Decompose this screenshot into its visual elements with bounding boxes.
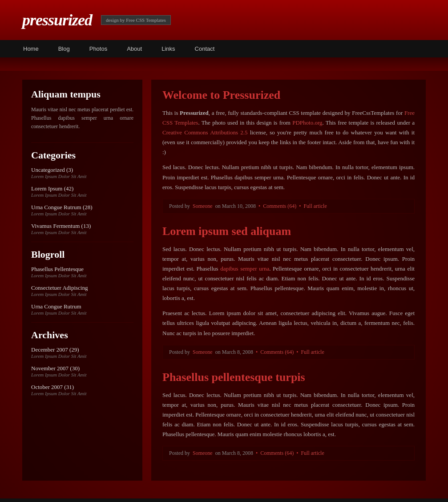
- tagline-badge: design by Free CSS Templates: [101, 15, 171, 25]
- post-comments-link[interactable]: Comments (64): [263, 203, 296, 210]
- archive-name[interactable]: December 2007 (29): [31, 346, 133, 353]
- post-post1: Welcome to Pressurized This is Pressuriz…: [162, 89, 415, 214]
- nav-item-links[interactable]: Links: [152, 40, 185, 57]
- post-post3: Phasellus pellentesque turpis Sed lacus.…: [162, 371, 415, 461]
- category-item: Urna Congue Rutrum (28) Lorem Ipsum Dolo…: [31, 204, 133, 216]
- archive-sub: Lorem Ipsum Dolor Sit Amit: [31, 353, 133, 359]
- link-pdphoto[interactable]: PDPhoto.org: [292, 119, 322, 126]
- dot-separator-2: •: [296, 349, 298, 356]
- archives-list: December 2007 (29) Lorem Ipsum Dolor Sit…: [31, 346, 133, 396]
- blogroll-sub: Lorem Ipsum Dolor Sit Amit: [31, 273, 133, 278]
- category-name[interactable]: Urna Congue Rutrum (28): [31, 204, 133, 211]
- dot-separator: •: [258, 203, 260, 210]
- category-name[interactable]: Lorem Ipsum (42): [31, 185, 133, 192]
- post-footer: Posted by Someone on March 10, 2008 • Co…: [162, 199, 415, 214]
- post-title: Lorem ipsum sed aliquam: [162, 225, 415, 238]
- main-nav: HomeBlogPhotosAboutLinksContact: [0, 40, 448, 57]
- blogroll-name[interactable]: Urna Congue Rutrum: [31, 303, 133, 310]
- post-full-article-link[interactable]: Full article: [303, 203, 327, 210]
- main-content: Welcome to Pressurized This is Pressuriz…: [151, 80, 426, 481]
- categories-title: Categories: [31, 150, 133, 161]
- archive-name[interactable]: November 2007 (30): [31, 365, 133, 372]
- post-title: Welcome to Pressurized: [162, 89, 415, 102]
- blogroll-item: Consectetuer Adipiscing Lorem Ipsum Dolo…: [31, 284, 133, 297]
- posted-by-label: Posted by: [169, 203, 190, 210]
- dot-separator-2: •: [299, 203, 301, 210]
- post-date: on March 8, 2008: [215, 450, 253, 457]
- archive-item: October 2007 (31) Lorem Ipsum Dolor Sit …: [31, 384, 133, 396]
- post-title: Phasellus pellentesque turpis: [162, 371, 415, 384]
- post-body-2: Sed lacus. Donec lectus. Nullam pretium …: [162, 162, 415, 192]
- category-sub: Lorem Ipsum Dolor Sit Amit: [31, 230, 133, 235]
- posted-by-label: Posted by: [169, 349, 190, 356]
- sidebar-widget-intro: Mauris vitae nisl nec metus placerat per…: [31, 105, 133, 131]
- post-body-1: Sed lacus. Donec lectus. Nullam pretium …: [162, 390, 415, 439]
- archive-sub: Lorem Ipsum Dolor Sit Amit: [31, 391, 133, 396]
- post-full-article-link[interactable]: Full article: [301, 450, 324, 457]
- blogroll-sub: Lorem Ipsum Dolor Sit Amit: [31, 291, 133, 297]
- category-item: Vivamus Fermentum (13) Lorem Ipsum Dolor…: [31, 223, 133, 235]
- nav-item-home[interactable]: Home: [13, 40, 48, 57]
- site-header: pressurized design by Free CSS Templates: [0, 0, 448, 40]
- dot-separator-2: •: [296, 450, 298, 457]
- post-body-1: Sed lacus. Donec lectus. Nullam pretium …: [162, 244, 415, 304]
- category-item: Lorem Ipsum (42) Lorem Ipsum Dolor Sit A…: [31, 185, 133, 198]
- category-name[interactable]: Vivamus Fermentum (13): [31, 223, 133, 230]
- post-footer: Posted by Someone on March 8, 2008 • Com…: [162, 446, 415, 461]
- blogroll-name[interactable]: Consectetuer Adipiscing: [31, 284, 133, 291]
- category-sub: Lorem Ipsum Dolor Sit Amit: [31, 174, 133, 179]
- blogroll-title: Blogroll: [31, 249, 133, 260]
- archive-sub: Lorem Ipsum Dolor Sit Amit: [31, 372, 133, 377]
- nav-item-photos[interactable]: Photos: [80, 40, 117, 57]
- post-body-1: This is Pressurized, a free, fully stand…: [162, 108, 415, 157]
- archive-name[interactable]: October 2007 (31): [31, 384, 133, 391]
- link-dapibus[interactable]: dapibus semper urna: [220, 265, 269, 272]
- post-footer: Posted by Someone on March 8, 2008 • Com…: [162, 345, 415, 360]
- categories-list: Uncategorized (3) Lorem Ipsum Dolor Sit …: [31, 166, 133, 235]
- site-title: pressurized: [22, 11, 92, 29]
- category-item: Uncategorized (3) Lorem Ipsum Dolor Sit …: [31, 166, 133, 179]
- bg-image-area: [0, 57, 448, 71]
- link-cc[interactable]: Creative Commons Attributions 2.5: [162, 129, 247, 136]
- site-footer: COPYRIGHT (C) 2008 SITENAME.COM. ALL RIG…: [0, 498, 448, 502]
- nav-item-contact[interactable]: Contact: [185, 40, 225, 57]
- category-sub: Lorem Ipsum Dolor Sit Amit: [31, 192, 133, 198]
- post-comments-link[interactable]: Comments (64): [260, 349, 294, 356]
- post-post2: Lorem ipsum sed aliquam Sed lacus. Donec…: [162, 225, 415, 360]
- post-body-2: Praesent ac lectus. Lorem ipsum dolor si…: [162, 308, 415, 338]
- category-name[interactable]: Uncategorized (3): [31, 166, 133, 174]
- blogroll-sub: Lorem Ipsum Dolor Sit Amit: [31, 310, 133, 316]
- blogroll-name[interactable]: Phasellus Pellentesque: [31, 266, 133, 273]
- post-author[interactable]: Someone: [193, 450, 213, 457]
- dot-separator: •: [256, 450, 258, 457]
- post-author[interactable]: Someone: [193, 349, 213, 356]
- posted-by-label: Posted by: [169, 450, 190, 457]
- archives-title: Archives: [31, 329, 133, 341]
- post-date: on March 8, 2008: [215, 349, 253, 356]
- category-sub: Lorem Ipsum Dolor Sit Amit: [31, 211, 133, 216]
- post-comments-link[interactable]: Comments (64): [260, 450, 294, 457]
- archive-item: November 2007 (30) Lorem Ipsum Dolor Sit…: [31, 365, 133, 377]
- nav-item-blog[interactable]: Blog: [48, 40, 80, 57]
- post-date: on March 10, 2008: [215, 203, 256, 210]
- sidebar-widget-title: Aliquam tempus: [31, 89, 133, 100]
- sidebar: Aliquam tempus Mauris vitae nisl nec met…: [22, 80, 142, 481]
- blogroll-item: Phasellus Pellentesque Lorem Ipsum Dolor…: [31, 266, 133, 278]
- nav-item-about[interactable]: About: [117, 40, 152, 57]
- blogroll-list: Phasellus Pellentesque Lorem Ipsum Dolor…: [31, 266, 133, 316]
- post-full-article-link[interactable]: Full article: [301, 349, 324, 356]
- main-wrapper: Aliquam tempus Mauris vitae nisl nec met…: [0, 71, 448, 490]
- post-author[interactable]: Someone: [193, 203, 213, 210]
- dot-separator: •: [256, 349, 258, 356]
- blogroll-item: Urna Congue Rutrum Lorem Ipsum Dolor Sit…: [31, 303, 133, 316]
- archive-item: December 2007 (29) Lorem Ipsum Dolor Sit…: [31, 346, 133, 359]
